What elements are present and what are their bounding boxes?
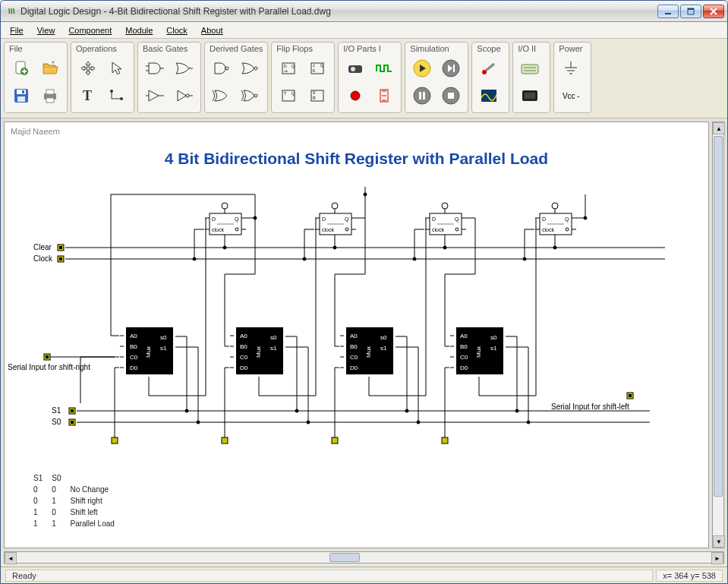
toolgroup-basic-gates-label: Basic Gates bbox=[141, 44, 197, 55]
menu-file[interactable]: File bbox=[5, 24, 28, 36]
svg-point-116 bbox=[443, 246, 446, 249]
mux-0[interactable] bbox=[120, 327, 179, 380]
maximize-button[interactable] bbox=[680, 5, 701, 18]
scroll-up-icon[interactable]: ▲ bbox=[713, 122, 725, 134]
ground-button[interactable] bbox=[557, 55, 585, 82]
menu-about[interactable]: About bbox=[197, 24, 228, 36]
new-file-button[interactable] bbox=[8, 55, 35, 82]
pin-clock[interactable] bbox=[58, 256, 64, 262]
label-s1: S1 bbox=[52, 406, 61, 415]
ground-icon bbox=[562, 60, 580, 77]
wire-tool-button[interactable] bbox=[103, 82, 131, 109]
nand-gate-button[interactable] bbox=[208, 55, 235, 82]
led-button[interactable] bbox=[342, 82, 369, 109]
minimize-button[interactable] bbox=[657, 5, 679, 18]
minimize-icon bbox=[664, 8, 672, 15]
vertical-scrollbar[interactable]: ▲ ▼ bbox=[712, 122, 724, 548]
horizontal-scrollbar[interactable]: ◄ ► bbox=[4, 551, 724, 563]
open-file-button[interactable] bbox=[36, 55, 64, 82]
dff-button[interactable]: DQclk bbox=[275, 55, 302, 82]
scroll-right-icon[interactable]: ► bbox=[711, 552, 723, 564]
scroll-left-icon[interactable]: ◄ bbox=[5, 552, 17, 564]
pause-button[interactable] bbox=[408, 82, 436, 109]
toolgroup-file: File bbox=[4, 42, 68, 113]
buffer-icon bbox=[145, 88, 165, 103]
xnor-gate-button[interactable] bbox=[237, 82, 264, 109]
close-button[interactable] bbox=[703, 5, 724, 18]
titlebar: ⌇⌇⌇ Digital Logic Design - 4-Bit Bidirec… bbox=[1, 1, 727, 22]
pause-icon bbox=[412, 86, 432, 106]
menu-module[interactable]: Module bbox=[121, 24, 157, 36]
pin-parallel-0[interactable] bbox=[112, 437, 118, 444]
keyboard-button[interactable] bbox=[516, 55, 544, 82]
save-file-button[interactable] bbox=[8, 82, 35, 109]
svg-point-124 bbox=[197, 421, 200, 424]
pin-serial-in-left[interactable] bbox=[627, 393, 633, 399]
switch-button[interactable] bbox=[342, 55, 369, 82]
stop-button[interactable] bbox=[437, 82, 465, 109]
dff-0[interactable] bbox=[205, 203, 246, 239]
srff-icon: SR bbox=[307, 88, 328, 103]
step-button[interactable] bbox=[437, 55, 465, 82]
hscroll-thumb[interactable] bbox=[329, 553, 360, 562]
print-icon bbox=[41, 87, 59, 105]
jkff-icon: JQK bbox=[307, 61, 328, 76]
buffer-gate-button[interactable] bbox=[141, 82, 169, 109]
close-icon bbox=[710, 8, 717, 15]
svg-point-117 bbox=[553, 246, 556, 249]
or-gate-button[interactable] bbox=[170, 55, 197, 82]
probe-button[interactable] bbox=[475, 55, 503, 82]
vscroll-thumb[interactable] bbox=[714, 136, 723, 497]
canvas[interactable]: Majid Naeem 4 Bit Bidirectional Shift Re… bbox=[4, 122, 709, 548]
cursor-icon bbox=[108, 59, 126, 77]
tff-button[interactable]: TQ bbox=[275, 82, 302, 109]
menu-view[interactable]: View bbox=[33, 24, 60, 36]
pin-s0[interactable] bbox=[69, 419, 75, 425]
nor-gate-button[interactable] bbox=[237, 55, 264, 82]
select-tool-button[interactable] bbox=[103, 55, 131, 82]
scope-button[interactable] bbox=[475, 82, 503, 109]
toolgroup-operations: Operations T bbox=[71, 42, 134, 113]
svg-rect-10 bbox=[17, 90, 26, 94]
toolgroup-scope: Scope bbox=[471, 42, 509, 113]
dff-1[interactable] bbox=[315, 203, 356, 239]
and-gate-button[interactable] bbox=[141, 55, 169, 82]
vcc-button[interactable]: Vcc - bbox=[557, 82, 585, 109]
seven-seg-button[interactable] bbox=[370, 82, 398, 109]
mux-3[interactable] bbox=[450, 327, 509, 380]
svg-rect-56 bbox=[423, 92, 425, 99]
svg-point-120 bbox=[584, 216, 587, 219]
pin-clear[interactable] bbox=[58, 245, 64, 251]
workarea: Majid Naeem 4 Bit Bidirectional Shift Re… bbox=[1, 118, 727, 551]
text-tool-button[interactable]: T bbox=[74, 82, 102, 109]
toolgroup-basic-gates: Basic Gates bbox=[137, 42, 201, 113]
pin-serial-in-right[interactable] bbox=[44, 354, 50, 360]
svg-point-45 bbox=[351, 67, 355, 71]
pin-parallel-3[interactable] bbox=[442, 437, 448, 444]
svg-rect-55 bbox=[419, 92, 421, 99]
xor-gate-button[interactable] bbox=[208, 82, 235, 109]
dff-3[interactable] bbox=[535, 203, 576, 239]
svg-point-127 bbox=[405, 409, 408, 412]
move-tool-button[interactable] bbox=[74, 55, 102, 82]
svg-point-46 bbox=[351, 91, 360, 100]
srff-button[interactable]: SR bbox=[304, 82, 331, 109]
svg-point-112 bbox=[413, 257, 416, 260]
menu-component[interactable]: Component bbox=[64, 24, 116, 36]
mux-2[interactable] bbox=[340, 327, 399, 380]
jkff-button[interactable]: JQK bbox=[304, 55, 331, 82]
dff-2[interactable] bbox=[425, 203, 466, 239]
menu-clock[interactable]: Clock bbox=[162, 24, 192, 36]
mux-1[interactable] bbox=[230, 327, 289, 380]
toolgroup-flip-flops: Flip Flops DQclk JQK TQ SR bbox=[271, 42, 335, 113]
toolgroup-power-label: Power bbox=[557, 44, 588, 55]
display-button[interactable] bbox=[516, 82, 544, 109]
play-button[interactable] bbox=[408, 55, 436, 82]
scroll-down-icon[interactable]: ▼ bbox=[713, 535, 725, 548]
clock-source-button[interactable] bbox=[370, 55, 398, 82]
pin-parallel-2[interactable] bbox=[332, 437, 338, 444]
pin-s1[interactable] bbox=[69, 408, 75, 414]
not-gate-button[interactable] bbox=[170, 82, 197, 109]
pin-parallel-1[interactable] bbox=[222, 437, 228, 444]
print-button[interactable] bbox=[36, 82, 64, 109]
